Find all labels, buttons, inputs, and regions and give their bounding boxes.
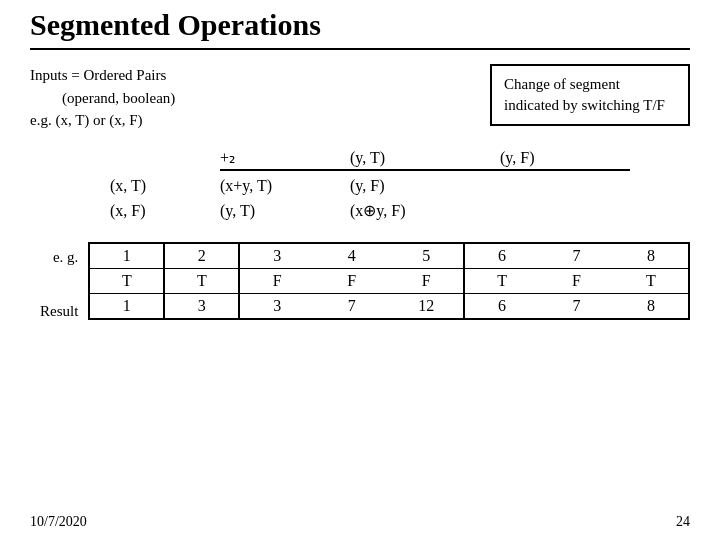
- ops-header-row: +₂ (y, T) (y, F): [110, 148, 690, 171]
- cell-num-7: 7: [539, 243, 614, 269]
- footer-date: 10/7/2020: [30, 514, 87, 530]
- cell-bool-1: T: [89, 268, 164, 293]
- ops-r1-c2: (x+y, T): [220, 177, 350, 195]
- cell-num-6: 6: [464, 243, 539, 269]
- operations-table: +₂ (y, T) (y, F) (x, T) (x+y, T) (y, F) …: [110, 148, 690, 220]
- ops-r1-c3: (y, F): [350, 177, 500, 195]
- cell-res-4: 7: [314, 293, 389, 319]
- footer-page: 24: [676, 514, 690, 530]
- cell-num-3: 3: [239, 243, 314, 269]
- data-table: 1 2 3 4 5 6 7 8 T T F F F T F: [88, 242, 690, 320]
- cell-bool-5: F: [389, 268, 464, 293]
- ops-r2-c1: (x, F): [110, 202, 220, 220]
- ops-col2-header: +₂: [220, 148, 350, 171]
- row-labels: e. g. Result: [40, 242, 82, 326]
- cell-res-6: 6: [464, 293, 539, 319]
- cell-res-8: 8: [614, 293, 689, 319]
- numbers-row: 1 2 3 4 5 6 7 8: [89, 243, 689, 269]
- cell-res-5: 12: [389, 293, 464, 319]
- cell-res-7: 7: [539, 293, 614, 319]
- ops-r1-c1: (x, T): [110, 177, 220, 195]
- cell-bool-7: F: [539, 268, 614, 293]
- cell-res-2: 3: [164, 293, 239, 319]
- result-row: 1 3 3 7 12 6 7 8: [89, 293, 689, 319]
- ops-r2-c3: (x⊕y, F): [350, 201, 500, 220]
- cell-bool-6: T: [464, 268, 539, 293]
- cell-num-1: 1: [89, 243, 164, 269]
- top-section: Inputs = Ordered Pairs (operand, boolean…: [30, 64, 690, 132]
- bool-row: T T F F F T F T: [89, 268, 689, 293]
- slide: Segmented Operations Inputs = Ordered Pa…: [0, 0, 720, 540]
- ops-row1: (x, T) (x+y, T) (y, F): [110, 177, 690, 195]
- ops-row2: (x, F) (y, T) (x⊕y, F): [110, 201, 690, 220]
- cell-num-2: 2: [164, 243, 239, 269]
- footer: 10/7/2020 24: [30, 514, 690, 530]
- result-label: Result: [40, 298, 82, 326]
- empty-label: [40, 272, 82, 298]
- ops-col4-header: (y, F): [500, 149, 630, 171]
- cell-res-1: 1: [89, 293, 164, 319]
- cell-num-4: 4: [314, 243, 389, 269]
- cell-num-5: 5: [389, 243, 464, 269]
- eg-label: e. g.: [40, 244, 82, 272]
- ops-col3-header: (y, T): [350, 149, 500, 171]
- cell-res-3: 3: [239, 293, 314, 319]
- inputs-description: Inputs = Ordered Pairs (operand, boolean…: [30, 64, 175, 132]
- cell-num-8: 8: [614, 243, 689, 269]
- ops-r2-c2: (y, T): [220, 202, 350, 220]
- change-box: Change of segment indicated by switching…: [490, 64, 690, 126]
- cell-bool-4: F: [314, 268, 389, 293]
- data-section: e. g. Result 1 2 3 4 5 6 7 8: [40, 242, 690, 326]
- cell-bool-3: F: [239, 268, 314, 293]
- cell-bool-2: T: [164, 268, 239, 293]
- cell-bool-8: T: [614, 268, 689, 293]
- page-title: Segmented Operations: [30, 8, 690, 50]
